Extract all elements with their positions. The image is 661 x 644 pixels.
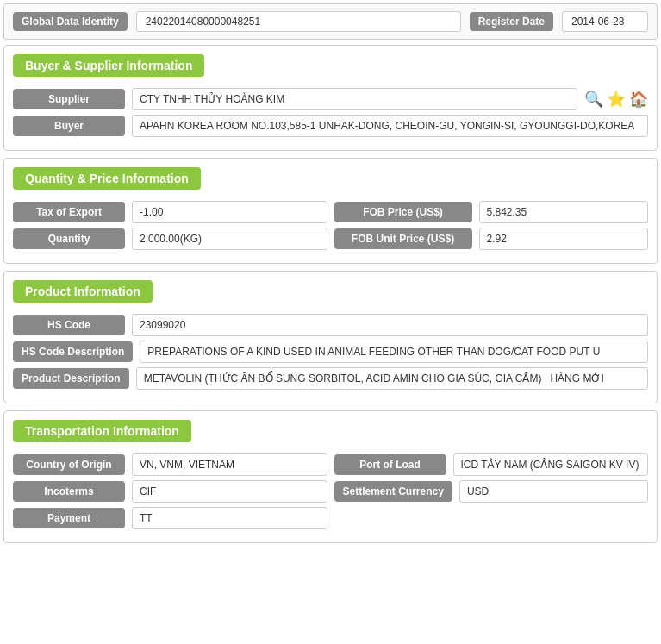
home-icon[interactable]: 🏠	[629, 90, 648, 109]
hs-code-label: HS Code	[13, 315, 125, 335]
fob-price-value: 5,842.35	[479, 201, 649, 223]
prod-desc-label: Product Description	[13, 368, 129, 389]
fob-unit-col: FOB Unit Price (US$) 2.92	[334, 228, 649, 250]
quantity-value: 2,000.00(KG)	[132, 228, 327, 250]
prod-desc-row: Product Description METAVOLIN (THỨC ĂN B…	[13, 367, 648, 390]
buyer-supplier-section: Buyer & Supplier Information Supplier CT…	[3, 45, 658, 151]
quantity-price-header: Quantity & Price Information	[13, 167, 201, 190]
supplier-icons: 🔍 ⭐ 🏠	[584, 90, 648, 109]
quantity-fob-unit-row: Quantity 2,000.00(KG) FOB Unit Price (US…	[13, 228, 648, 250]
global-id-value: 24022014080000048251	[136, 11, 461, 32]
buyer-row: Buyer APAHN KOREA ROOM NO.103,585-1 UNHA…	[13, 115, 648, 137]
incoterms-value: CIF	[132, 480, 327, 503]
supplier-label: Supplier	[13, 89, 125, 109]
product-section: Product Information HS Code 23099020 HS …	[3, 271, 658, 403]
supplier-row: Supplier CTY TNHH THỦY HOÀNG KIM 🔍 ⭐ 🏠	[13, 88, 648, 110]
currency-value: USD	[459, 480, 648, 503]
currency-col: Settlement Currency USD	[334, 480, 649, 503]
incoterms-col: Incoterms CIF	[13, 480, 327, 503]
port-value: ICD TÂY NAM (CẢNG SAIGON KV IV)	[453, 453, 649, 476]
fob-unit-label: FOB Unit Price (US$)	[334, 228, 472, 249]
port-label: Port of Load	[334, 454, 446, 475]
prod-desc-value: METAVOLIN (THỨC ĂN BỔ SUNG SORBITOL, ACI…	[136, 367, 648, 390]
port-col: Port of Load ICD TÂY NAM (CẢNG SAIGON KV…	[334, 453, 649, 476]
transportation-section: Transportation Information Country of Or…	[3, 410, 658, 543]
buyer-value: APAHN KOREA ROOM NO.103,585-1 UNHAK-DONG…	[132, 115, 648, 137]
quantity-col: Quantity 2,000.00(KG)	[13, 228, 327, 250]
payment-col: Payment TT	[13, 507, 327, 529]
product-header: Product Information	[13, 280, 153, 303]
tax-col: Tax of Export -1.00	[13, 201, 327, 223]
buyer-label: Buyer	[13, 116, 125, 136]
payment-value: TT	[132, 507, 327, 529]
origin-label: Country of Origin	[13, 454, 125, 475]
hs-code-row: HS Code 23099020	[13, 314, 648, 336]
hs-desc-row: HS Code Description PREPARATIONS OF A KI…	[13, 341, 648, 363]
incoterms-currency-row: Incoterms CIF Settlement Currency USD	[13, 480, 648, 503]
transportation-header: Transportation Information	[13, 420, 191, 442]
hs-desc-value: PREPARATIONS OF A KIND USED IN ANIMAL FE…	[140, 341, 648, 363]
payment-label: Payment	[13, 508, 125, 528]
quantity-label: Quantity	[13, 228, 125, 249]
payment-row: Payment TT	[13, 507, 648, 529]
global-id-bar: Global Data Identity 2402201408000004825…	[3, 3, 658, 40]
register-date-label: Register Date	[470, 12, 553, 31]
payment-spacer	[334, 507, 649, 529]
global-id-label: Global Data Identity	[13, 12, 128, 31]
origin-port-row: Country of Origin VN, VNM, VIETNAM Port …	[13, 453, 648, 476]
supplier-value: CTY TNHH THỦY HOÀNG KIM	[132, 88, 577, 110]
tax-label: Tax of Export	[13, 202, 125, 222]
hs-code-value: 23099020	[132, 314, 648, 336]
fob-price-label: FOB Price (US$)	[334, 202, 472, 222]
fob-unit-value: 2.92	[479, 228, 649, 250]
search-icon[interactable]: 🔍	[584, 90, 603, 109]
buyer-supplier-header: Buyer & Supplier Information	[13, 54, 204, 77]
tax-fob-price-row: Tax of Export -1.00 FOB Price (US$) 5,84…	[13, 201, 648, 223]
tax-value: -1.00	[132, 201, 327, 223]
currency-label: Settlement Currency	[334, 481, 452, 502]
star-icon[interactable]: ⭐	[607, 90, 626, 109]
origin-value: VN, VNM, VIETNAM	[132, 453, 327, 476]
hs-desc-label: HS Code Description	[13, 341, 133, 362]
register-date-value: 2014-06-23	[562, 11, 648, 32]
fob-price-col: FOB Price (US$) 5,842.35	[334, 201, 649, 223]
incoterms-label: Incoterms	[13, 481, 125, 502]
origin-col: Country of Origin VN, VNM, VIETNAM	[13, 453, 327, 476]
quantity-price-section: Quantity & Price Information Tax of Expo…	[3, 158, 658, 264]
